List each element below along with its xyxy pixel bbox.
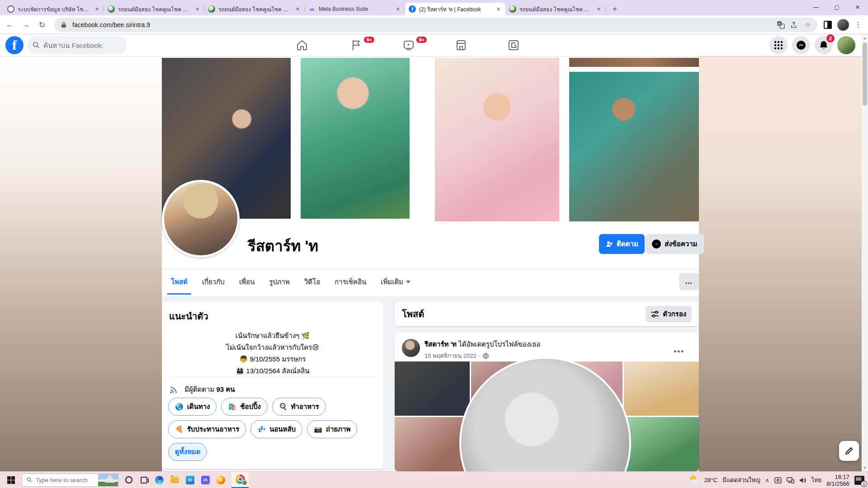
post-photo[interactable] <box>624 361 699 416</box>
facebook-logo[interactable]: f <box>5 36 24 54</box>
pill-photography[interactable]: 📷ถ่ายภาพ <box>307 420 357 438</box>
browser-tab-1[interactable]: ระบบจัดการข้อมูล บริษัท โชคคูณโชค ✕ <box>4 3 104 15</box>
view-all-button[interactable]: ดูทั้งหมด <box>168 443 207 461</box>
profile-more-button[interactable]: … <box>679 273 699 290</box>
task-view-icon[interactable] <box>139 475 149 485</box>
edge-app-icon[interactable] <box>155 475 164 485</box>
start-button[interactable] <box>0 472 22 488</box>
message-button[interactable]: ส่งข้อความ <box>646 234 704 254</box>
scrollbar-thumb[interactable] <box>863 42 867 106</box>
browser-tab-facebook-active[interactable]: f (2) รีสตาร์ท 'ท | Facebook ✕ <box>405 3 505 15</box>
cover-photo-3[interactable] <box>435 58 559 221</box>
reload-button[interactable]: ↻ <box>35 18 49 32</box>
window-minimize-button[interactable]: — <box>806 0 826 14</box>
pill-shopping[interactable]: 🛍️ช้อปปิ้ง <box>221 398 267 416</box>
browser-profile-avatar[interactable] <box>837 19 849 31</box>
volume-icon[interactable] <box>799 477 807 483</box>
apps-menu-button[interactable] <box>769 36 788 54</box>
post-photo[interactable] <box>624 417 699 471</box>
nav-home[interactable] <box>289 34 315 56</box>
post-date[interactable]: 15 พฤศจิกายน 2022 <box>425 351 476 361</box>
nav-gaming[interactable] <box>501 34 526 56</box>
meet-now-icon[interactable] <box>774 477 782 483</box>
profile-picture[interactable] <box>162 180 240 258</box>
tab-about[interactable]: เกี่ยวกับ <box>195 269 232 295</box>
taskbar-search-input[interactable] <box>36 477 94 483</box>
tab-photos[interactable]: รูปภาพ <box>262 269 297 295</box>
tab-close-icon[interactable]: ✕ <box>194 6 201 13</box>
tab-videos[interactable]: วิดีโอ <box>297 269 327 295</box>
browser-tab-4[interactable]: ∞ Meta Business Suite ✕ <box>305 3 405 15</box>
forward-button[interactable]: → <box>19 18 33 32</box>
leaf-favicon <box>509 5 516 13</box>
firefox-app-icon[interactable] <box>216 475 226 485</box>
post-photo[interactable] <box>395 417 470 471</box>
taskbar-search[interactable] <box>22 474 118 487</box>
page-scrollbar[interactable]: ▲ ▼ <box>862 34 868 471</box>
chevron-down-icon <box>406 281 410 283</box>
facebook-search-input[interactable] <box>43 42 116 49</box>
nav-watch[interactable]: 9+ <box>396 34 421 56</box>
facebook-search[interactable] <box>27 36 127 54</box>
post-photo[interactable] <box>395 361 470 416</box>
window-maximize-button[interactable]: ▢ <box>826 0 847 14</box>
file-explorer-icon[interactable] <box>170 475 179 485</box>
browser-tab-6[interactable]: รถยนต์มือสอง โชคคูณโชค อุดรธานี ✕ <box>505 3 606 15</box>
browser-menu-icon[interactable]: ⋮ <box>854 20 863 29</box>
meta-ads-app-icon[interactable]: /A <box>201 475 210 485</box>
post-author-avatar[interactable] <box>402 339 420 357</box>
new-tab-button[interactable]: + <box>609 3 621 15</box>
profile-tabs: โพสต์ เกี่ยวกับ เพื่อน รูปภาพ วิดีโอ การ… <box>164 269 418 295</box>
window-close-button[interactable]: ✕ <box>847 0 868 14</box>
pill-cooking[interactable]: 🍳ทำอาหาร <box>272 398 326 416</box>
search-highlight-image[interactable] <box>98 474 118 487</box>
language-indicator[interactable]: ไทย <box>811 475 822 485</box>
profile-avatar-button[interactable] <box>837 36 855 54</box>
notifications-button[interactable]: 2 <box>815 36 833 54</box>
filter-button[interactable]: ตัวกรอง <box>646 306 692 322</box>
share-icon[interactable] <box>789 20 799 30</box>
tab-close-icon[interactable]: ✕ <box>395 6 401 13</box>
post-author-name[interactable]: รีสตาร์ท 'ท <box>425 340 457 348</box>
tab-more[interactable]: เพิ่มเติม <box>373 269 418 295</box>
browser-tab-3[interactable]: รถยนต์มือสอง โชคคูณโชค อุดรธานี ✕ <box>204 3 305 15</box>
translate-icon[interactable]: A <box>776 20 786 30</box>
hidden-icons-chevron[interactable]: ∧ <box>765 477 769 483</box>
cover-photo-4[interactable] <box>569 72 699 221</box>
nav-pages[interactable]: 9+ <box>344 34 369 56</box>
tab-close-icon[interactable]: ✕ <box>294 6 301 13</box>
chrome-app-icon-active[interactable] <box>231 472 249 488</box>
compose-button[interactable] <box>839 441 859 461</box>
pill-travel[interactable]: 🌏เดินทาง <box>168 398 217 416</box>
clock[interactable]: 16:17 8/1/2566 <box>826 474 849 487</box>
messenger-button[interactable] <box>792 36 810 54</box>
tab-posts[interactable]: โพสต์ <box>164 269 195 295</box>
tab-checkins[interactable]: การเช็คอิน <box>327 269 373 295</box>
browser-tab-2[interactable]: รถยนต์มือสอง โชคคูณโชค อุดรธานี ✕ <box>104 3 204 15</box>
opera-app-icon[interactable] <box>124 475 133 485</box>
weather-icon[interactable] <box>689 475 699 485</box>
weather-desc[interactable]: มีแดดส่วนใหญ่ <box>722 475 760 485</box>
network-icon[interactable] <box>787 477 794 483</box>
apps-grid-icon <box>774 41 783 50</box>
nav-marketplace[interactable] <box>448 34 474 56</box>
cover-photo-2[interactable] <box>301 58 410 219</box>
tab-close-icon[interactable]: ✕ <box>495 6 502 13</box>
pill-sleeping[interactable]: 💤นอนหลับ <box>250 420 302 438</box>
address-bar[interactable]: facebook.com/bee.sirintra.9 A ☆ <box>54 18 817 32</box>
cover-photo-strip[interactable] <box>569 58 699 67</box>
bookmark-star-icon[interactable]: ☆ <box>803 20 813 30</box>
scroll-up-icon[interactable]: ▲ <box>862 34 868 42</box>
post-menu-button[interactable]: ••• <box>674 347 684 356</box>
weather-temp[interactable]: 28°C <box>704 477 717 483</box>
back-button[interactable]: ← <box>3 18 16 32</box>
tab-close-icon[interactable]: ✕ <box>94 6 100 13</box>
action-center-icon[interactable]: 1 <box>854 476 864 485</box>
tab-close-icon[interactable]: ✕ <box>595 6 602 13</box>
tab-friends[interactable]: เพื่อน <box>232 269 262 295</box>
mail-app-icon[interactable]: ✉ <box>185 475 195 485</box>
side-panel-icon[interactable] <box>824 21 832 29</box>
pill-eating[interactable]: 🍕รับประทานอาหาร <box>168 420 246 438</box>
scroll-down-icon[interactable]: ▼ <box>862 464 868 471</box>
follow-button[interactable]: ติดตาม <box>599 234 645 254</box>
